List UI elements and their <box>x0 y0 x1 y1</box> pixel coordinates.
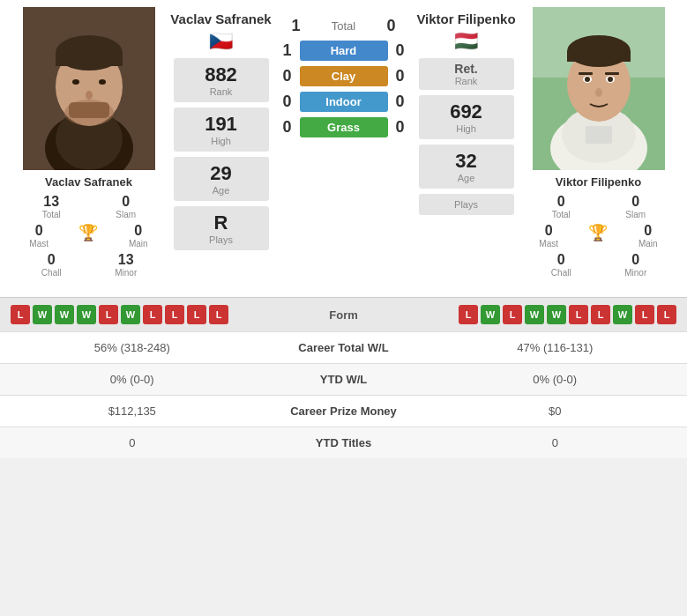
right-stats-row-1: 0 Total 0 Slam <box>524 194 673 219</box>
right-plays-box: Plays <box>419 194 514 215</box>
right-age-box: 32 Age <box>419 145 514 189</box>
left-main-stat: 0 Main <box>121 223 156 249</box>
left-slam-stat: 0 Slam <box>108 194 144 219</box>
left-total-score: 1 <box>284 17 309 35</box>
left-chall-stat: 0 Chall <box>34 252 69 278</box>
clay-score-row: 0 Clay 0 <box>272 66 415 86</box>
bottom-stats-section: 56% (318-248) Career Total W/L 47% (116-… <box>0 331 687 458</box>
left-player-photo-col: Vaclav Safranek 13 Total 0 Slam 0 Mast <box>7 7 170 283</box>
left-rank-box: 882 Rank <box>174 58 269 102</box>
left-form-badge-9: L <box>209 305 228 324</box>
grass-score-row: 0 Grass 0 <box>272 117 415 137</box>
bstat-left-3: 0 <box>18 436 247 449</box>
indoor-right-score: 0 <box>388 93 413 111</box>
right-form-badge-0: L <box>459 305 478 324</box>
total-score-row: 1 Total 0 <box>272 17 415 35</box>
svg-rect-27 <box>586 126 612 144</box>
svg-rect-19 <box>567 51 631 62</box>
svg-rect-20 <box>579 72 593 75</box>
right-form-badge-6: L <box>591 305 610 324</box>
bstat-row-2: $112,135 Career Prize Money $0 <box>0 395 687 427</box>
right-mast-stat: 0 Mast <box>531 223 566 249</box>
indoor-left-score: 0 <box>275 93 300 111</box>
left-stats-row-3: 0 Chall 13 Minor <box>14 252 163 278</box>
left-minor-stat: 13 Minor <box>108 252 144 278</box>
svg-point-24 <box>585 77 590 82</box>
total-label: Total <box>309 19 379 33</box>
bstat-row-0: 56% (318-248) Career Total W/L 47% (116-… <box>0 331 687 363</box>
right-stats-row-3: 0 Chall 0 Minor <box>524 252 673 278</box>
right-player-name-header: Viktor Filipenko <box>416 11 515 27</box>
hard-score-row: 1 Hard 0 <box>272 41 415 61</box>
right-total-stat: 0 Total <box>543 194 579 219</box>
grass-right-score: 0 <box>388 118 413 137</box>
hard-left-score: 1 <box>275 41 300 60</box>
left-form-badge-8: L <box>187 305 206 324</box>
right-form-badges: LWLWWLLWLL <box>400 305 677 324</box>
grass-left-score: 0 <box>275 118 300 137</box>
left-form-badge-6: L <box>143 305 162 324</box>
left-player-stats: 13 Total 0 Slam 0 Mast 🏆 <box>7 192 170 283</box>
right-player-stats: 0 Total 0 Slam 0 Mast 🏆 <box>517 192 680 283</box>
form-label: Form <box>291 308 397 322</box>
bstat-row-1: 0% (0-0) YTD W/L 0% (0-0) <box>0 363 687 395</box>
left-form-badge-3: W <box>77 305 96 324</box>
bstat-center-1: YTD W/L <box>247 373 441 386</box>
left-form-badge-7: L <box>165 305 184 324</box>
bstat-left-1: 0% (0-0) <box>18 373 247 386</box>
right-player-name: Viktor Filipenko <box>556 175 641 189</box>
left-mast-stat: 0 Mast <box>21 223 56 249</box>
right-trophy: 🏆 <box>580 223 616 249</box>
right-main-stat: 0 Main <box>631 223 666 249</box>
right-stats-col: Viktor Filipenko 🇭🇺 Ret. Rank 692 High 3… <box>415 7 517 283</box>
bstat-right-0: 47% (116-131) <box>441 341 670 354</box>
bstat-right-3: 0 <box>441 436 670 449</box>
right-player-photo-col: Viktor Filipenko 0 Total 0 Slam 0 Mast <box>517 7 680 283</box>
right-minor-stat: 0 Minor <box>618 252 653 278</box>
left-player-name-header: Vaclav Safranek <box>170 11 271 27</box>
left-form-badge-4: L <box>99 305 118 324</box>
bstat-center-3: YTD Titles <box>247 436 441 449</box>
clay-left-score: 0 <box>275 67 300 85</box>
left-form-badge-1: W <box>33 305 52 324</box>
bstat-center-2: Career Prize Money <box>247 404 441 418</box>
svg-point-8 <box>72 79 79 85</box>
right-form-badge-1: W <box>481 305 500 324</box>
left-form-badge-5: W <box>121 305 140 324</box>
bstat-row-3: 0 YTD Titles 0 <box>0 427 687 458</box>
right-flag: 🇭🇺 <box>454 30 478 53</box>
bstat-right-1: 0% (0-0) <box>441 373 670 386</box>
left-form-badges: LWWWLWLLLL <box>11 305 287 324</box>
clay-right-score: 0 <box>388 67 413 85</box>
right-high-box: 692 High <box>419 95 514 139</box>
bstat-right-2: $0 <box>441 404 670 418</box>
right-slam-stat: 0 Slam <box>618 194 653 219</box>
right-form-badge-3: W <box>525 305 544 324</box>
left-stats-col: Vaclav Safranek 🇨🇿 882 Rank 191 High 29 … <box>170 7 272 283</box>
bstat-left-2: $112,135 <box>18 404 247 418</box>
right-chall-stat: 0 Chall <box>543 252 579 278</box>
bstat-left-0: 56% (318-248) <box>18 341 247 354</box>
right-rank-box: Ret. Rank <box>419 58 514 90</box>
left-age-box: 29 Age <box>174 157 269 201</box>
right-form-badge-5: L <box>569 305 588 324</box>
hard-badge: Hard <box>300 41 388 61</box>
right-form-badge-8: L <box>635 305 654 324</box>
svg-point-10 <box>86 91 93 100</box>
right-form-badge-2: L <box>503 305 522 324</box>
right-player-photo <box>533 7 665 170</box>
svg-rect-11 <box>69 102 109 118</box>
right-total-score: 0 <box>379 17 404 35</box>
svg-point-25 <box>608 77 613 82</box>
grass-badge: Grass <box>300 117 388 137</box>
left-high-box: 191 High <box>174 108 269 152</box>
right-stats-row-2: 0 Mast 🏆 0 Main <box>524 223 673 249</box>
left-stats-row-2: 0 Mast 🏆 0 Main <box>14 223 163 249</box>
svg-rect-6 <box>56 53 123 66</box>
right-form-badge-9: L <box>657 305 676 324</box>
right-form-badge-4: W <box>547 305 566 324</box>
bstat-center-0: Career Total W/L <box>247 341 441 354</box>
left-player-photo <box>23 7 155 170</box>
left-trophy: 🏆 <box>71 223 106 249</box>
right-form-badge-7: W <box>613 305 632 324</box>
